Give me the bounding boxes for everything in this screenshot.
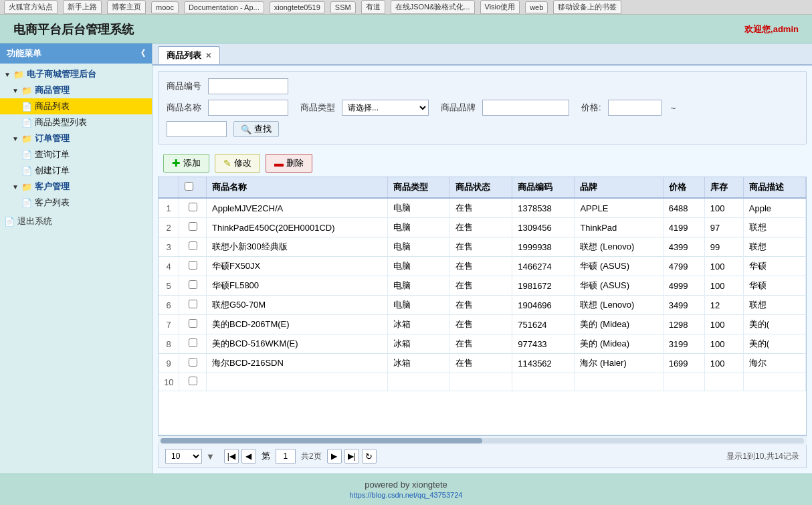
row-checkbox[interactable] bbox=[189, 222, 197, 231]
sidebar-title: 功能菜单 bbox=[7, 47, 41, 60]
row-desc: 美的( bbox=[743, 334, 805, 354]
row-number: 1 bbox=[159, 198, 179, 218]
row-product-code: 1999938 bbox=[512, 237, 575, 257]
browser-tab-11[interactable]: web bbox=[525, 1, 548, 13]
row-checkbox[interactable] bbox=[189, 280, 197, 289]
row-checkbox-cell bbox=[179, 218, 207, 237]
row-product-status: 在售 bbox=[450, 334, 512, 354]
row-checkbox-cell bbox=[179, 276, 207, 296]
browser-tab-9[interactable]: 在线JSON&验格式化... bbox=[391, 0, 475, 14]
row-checkbox[interactable] bbox=[189, 358, 197, 367]
row-brand: 美的 (Midea) bbox=[575, 315, 663, 334]
browser-tab-1[interactable]: 火狐官方站点 bbox=[4, 0, 58, 14]
sidebar-item-order-mgmt[interactable]: ▼ 📁 订单管理 bbox=[0, 130, 152, 146]
product-brand-input[interactable] bbox=[482, 100, 569, 116]
price-min-input[interactable] bbox=[608, 100, 662, 116]
row-stock: 100 bbox=[704, 276, 743, 296]
search-button[interactable]: 🔍 查找 bbox=[233, 121, 279, 137]
delete-icon: ▬ bbox=[274, 158, 284, 169]
next-page-button[interactable]: ▶ bbox=[327, 449, 342, 464]
row-number: 7 bbox=[159, 315, 179, 334]
horizontal-scrollbar[interactable] bbox=[158, 435, 807, 445]
browser-tab-5[interactable]: Documentation - Ap... bbox=[184, 1, 264, 13]
refresh-button[interactable]: ↻ bbox=[362, 449, 377, 464]
page-number-input[interactable] bbox=[276, 449, 296, 464]
delete-button[interactable]: ▬ 删除 bbox=[266, 154, 312, 173]
app-title: 电商平台后台管理系统 bbox=[13, 21, 134, 37]
sidebar-item-root[interactable]: ▼ 📁 电子商城管理后台 bbox=[0, 66, 152, 82]
row-checkbox-cell bbox=[179, 296, 207, 315]
browser-tab-7[interactable]: SSM bbox=[330, 1, 356, 13]
page-size-select[interactable]: 10 20 50 bbox=[165, 449, 202, 464]
row-checkbox-cell bbox=[179, 334, 207, 354]
row-checkbox[interactable] bbox=[189, 300, 197, 308]
footer-link[interactable]: https://blog.csdn.net/qq_43753724 bbox=[350, 491, 463, 499]
row-stock: 100 bbox=[704, 315, 743, 334]
row-number: 10 bbox=[159, 373, 179, 391]
table-row: 9 海尔BCD-216SDN 冰箱 在售 1143562 海尔 (Haier) … bbox=[159, 354, 806, 373]
browser-tab-10[interactable]: Visio使用 bbox=[480, 0, 520, 14]
row-checkbox[interactable] bbox=[189, 338, 197, 347]
product-code-input[interactable] bbox=[208, 78, 288, 94]
row-price: 4799 bbox=[663, 257, 704, 276]
row-product-name bbox=[206, 373, 387, 391]
browser-tab-12[interactable]: 移动设备上的书签 bbox=[553, 0, 621, 14]
row-stock bbox=[704, 373, 743, 391]
browser-tab-3[interactable]: 博客主页 bbox=[107, 0, 146, 14]
row-stock: 100 bbox=[704, 257, 743, 276]
row-stock: 99 bbox=[704, 237, 743, 257]
row-checkbox[interactable] bbox=[189, 261, 197, 270]
row-price: 3499 bbox=[663, 296, 704, 315]
tab-close-icon[interactable]: ✕ bbox=[205, 52, 211, 60]
search-extra-input[interactable] bbox=[167, 121, 227, 137]
row-product-code: 1466274 bbox=[512, 257, 575, 276]
row-product-code: 1904696 bbox=[512, 296, 575, 315]
row-desc: Apple bbox=[743, 198, 805, 218]
tab-product-list[interactable]: 商品列表 ✕ bbox=[158, 46, 220, 64]
product-type-select[interactable]: 请选择... bbox=[342, 100, 429, 116]
sidebar-item-query-order[interactable]: 📄 查询订单 bbox=[0, 146, 152, 163]
row-checkbox[interactable] bbox=[189, 203, 197, 211]
browser-tab-8[interactable]: 有道 bbox=[361, 0, 385, 14]
first-page-button[interactable]: |◀ bbox=[224, 449, 239, 464]
browser-tab-6[interactable]: xiongtete0519 bbox=[270, 1, 325, 13]
sidebar-tree: ▼ 📁 电子商城管理后台 ▼ 📁 商品管理 📄 商品列表 📄 商品类型列表 bbox=[0, 64, 152, 232]
row-checkbox-cell bbox=[179, 315, 207, 334]
total-info: 显示1到10,共14记录 bbox=[726, 451, 799, 462]
sidebar-collapse-icon[interactable]: 《 bbox=[136, 47, 145, 60]
page-size-dropdown-arrow: ▼ bbox=[206, 451, 215, 462]
prev-page-button[interactable]: ◀ bbox=[241, 449, 256, 464]
file-icon-create-order: 📄 bbox=[21, 166, 32, 176]
browser-tab-2[interactable]: 新手上路 bbox=[63, 0, 102, 14]
row-checkbox[interactable] bbox=[189, 377, 197, 385]
row-brand: 华硕 (ASUS) bbox=[575, 276, 663, 296]
select-all-checkbox[interactable] bbox=[185, 182, 193, 191]
row-checkbox[interactable] bbox=[189, 241, 197, 250]
row-price: 1699 bbox=[663, 354, 704, 373]
add-label: 添加 bbox=[183, 157, 201, 169]
row-brand: 联想 (Lenovo) bbox=[575, 237, 663, 257]
product-name-input[interactable] bbox=[208, 100, 288, 116]
sidebar-item-customer-mgmt[interactable]: ▼ 📁 客户管理 bbox=[0, 179, 152, 195]
edit-button[interactable]: ✎ 修改 bbox=[215, 154, 260, 173]
sidebar-item-create-order[interactable]: 📄 创建订单 bbox=[0, 163, 152, 179]
sidebar-item-product-type-list[interactable]: 📄 商品类型列表 bbox=[0, 114, 152, 130]
browser-tab-4[interactable]: mooc bbox=[151, 1, 179, 13]
refresh-icon: ↻ bbox=[365, 451, 373, 462]
row-stock: 100 bbox=[704, 334, 743, 354]
row-product-name: 华硕FX50JX bbox=[206, 257, 387, 276]
product-table-container: 商品名称 商品类型 商品状态 商品编码 品牌 价格 库存 商品描述 1 Appl… bbox=[158, 177, 807, 435]
sidebar-item-product-list[interactable]: 📄 商品列表 bbox=[0, 98, 152, 114]
table-row: 6 联想G50-70M 电脑 在售 1904696 联想 (Lenovo) 34… bbox=[159, 296, 806, 315]
add-button[interactable]: ✚ 添加 bbox=[163, 154, 209, 173]
row-product-code: 1981672 bbox=[512, 276, 575, 296]
last-page-button[interactable]: ▶| bbox=[344, 449, 359, 464]
row-brand: ThinkPad bbox=[575, 218, 663, 237]
delete-label: 删除 bbox=[286, 157, 304, 169]
row-checkbox-cell bbox=[179, 354, 207, 373]
sidebar-item-product-mgmt[interactable]: ▼ 📁 商品管理 bbox=[0, 82, 152, 98]
sidebar-item-logout[interactable]: 📄 退出系统 bbox=[0, 213, 152, 229]
row-checkbox[interactable] bbox=[189, 319, 197, 328]
table-row: 4 华硕FX50JX 电脑 在售 1466274 华硕 (ASUS) 4799 … bbox=[159, 257, 806, 276]
sidebar-item-customer-list[interactable]: 📄 客户列表 bbox=[0, 195, 152, 211]
